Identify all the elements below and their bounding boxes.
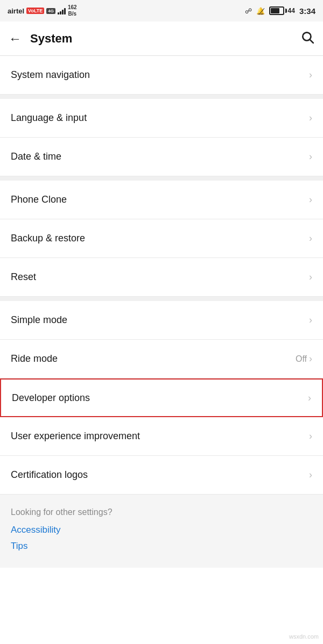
signal-bar-4 <box>64 8 66 15</box>
item-certification-logos[interactable]: Certification logos › <box>0 456 323 495</box>
item-label-system-navigation: System navigation <box>11 69 90 81</box>
item-phone-clone[interactable]: Phone Clone › <box>0 181 323 219</box>
volte-badge: VoLTE <box>26 8 44 14</box>
item-right-ride-mode: Off › <box>296 353 312 364</box>
chevron-icon-phone-clone: › <box>309 194 312 205</box>
signal-bar-3 <box>62 10 64 15</box>
signal-bar-2 <box>60 11 61 15</box>
watermark: wsxdn.com <box>289 633 319 640</box>
divider-1 <box>0 95 323 99</box>
chevron-icon-backup: › <box>309 233 312 244</box>
section-4: Developer options › User experience impr… <box>0 378 323 495</box>
looking-title: Looking for other settings? <box>11 507 312 517</box>
section-1: Language & input › Date & time › <box>0 99 323 176</box>
item-right-simple-mode: › <box>309 314 312 326</box>
item-label-reset: Reset <box>11 271 36 283</box>
battery-tip <box>285 9 287 13</box>
item-right-user-experience: › <box>309 431 312 442</box>
item-label-user-experience: User experience improvement <box>11 431 140 442</box>
network-speed: 162 B/s <box>68 4 77 17</box>
svg-line-1 <box>310 39 313 42</box>
chevron-icon-simple-mode: › <box>309 314 312 326</box>
network-badge: 4G <box>46 8 55 14</box>
ride-mode-value: Off <box>296 354 307 364</box>
accessibility-link[interactable]: Accessibility <box>11 525 312 535</box>
item-date-time[interactable]: Date & time › <box>0 138 323 176</box>
item-user-experience[interactable]: User experience improvement › <box>0 417 323 456</box>
time-display: 3:34 <box>299 6 315 16</box>
looking-section: Looking for other settings? Accessibilit… <box>0 495 323 568</box>
item-right-backup: › <box>309 233 312 244</box>
back-button[interactable]: ← <box>9 32 22 45</box>
battery-icon: 44 <box>269 6 295 15</box>
carrier-label: airtel <box>8 7 24 15</box>
mute-icon: 🔔̸ <box>256 7 265 15</box>
item-right-system-navigation: › <box>309 69 312 81</box>
item-language-input[interactable]: Language & input › <box>0 99 323 138</box>
item-label-date-time: Date & time <box>11 151 61 162</box>
item-label-language: Language & input <box>11 112 87 124</box>
status-bar: airtel VoLTE 4G 162 B/s ☍ 🔔̸ 44 3:34 <box>0 0 323 22</box>
signal-bar-1 <box>58 12 59 15</box>
status-left: airtel VoLTE 4G 162 B/s <box>8 4 77 17</box>
section-2: Phone Clone › Backup & restore › Reset › <box>0 181 323 297</box>
divider-3 <box>0 297 323 301</box>
status-right: ☍ 🔔̸ 44 3:34 <box>245 6 315 16</box>
chevron-icon-ride-mode: › <box>309 353 312 364</box>
battery-level: 44 <box>288 7 295 15</box>
tips-link[interactable]: Tips <box>11 541 312 552</box>
speed-value: 162 B/s <box>68 4 77 17</box>
item-label-developer-options: Developer options <box>12 392 90 404</box>
item-right-language: › <box>309 112 312 124</box>
battery-fill <box>271 8 280 13</box>
chevron-icon-developer-options: › <box>308 392 311 404</box>
item-right-certification: › <box>309 469 312 481</box>
chevron-icon-date-time: › <box>309 151 312 162</box>
item-label-backup: Backup & restore <box>11 233 85 244</box>
item-reset[interactable]: Reset › <box>0 258 323 297</box>
item-label-simple-mode: Simple mode <box>11 314 67 326</box>
section-3: Simple mode › Ride mode Off › <box>0 301 323 378</box>
search-button[interactable] <box>300 30 314 47</box>
item-label-ride-mode: Ride mode <box>11 353 58 364</box>
item-backup-restore[interactable]: Backup & restore › <box>0 219 323 258</box>
battery-body <box>269 6 284 15</box>
chevron-icon-language: › <box>309 112 312 124</box>
chevron-icon-certification: › <box>309 469 312 481</box>
chevron-icon-system-navigation: › <box>309 69 312 81</box>
item-system-navigation[interactable]: System navigation › <box>0 56 323 95</box>
bluetooth-icon: ☍ <box>245 7 252 15</box>
item-right-reset: › <box>309 271 312 283</box>
divider-2 <box>0 176 323 181</box>
item-right-phone-clone: › <box>309 194 312 205</box>
item-simple-mode[interactable]: Simple mode › <box>0 301 323 340</box>
item-developer-options[interactable]: Developer options › <box>0 378 323 417</box>
chevron-icon-user-experience: › <box>309 431 312 442</box>
signal-bars <box>58 7 66 15</box>
section-0: System navigation › <box>0 56 323 95</box>
item-label-certification: Certification logos <box>11 469 88 481</box>
item-ride-mode[interactable]: Ride mode Off › <box>0 340 323 378</box>
item-right-date-time: › <box>309 151 312 162</box>
chevron-icon-reset: › <box>309 271 312 283</box>
item-right-developer-options: › <box>308 392 311 404</box>
item-label-phone-clone: Phone Clone <box>11 194 67 205</box>
header: ← System <box>0 22 323 56</box>
page-title: System <box>30 32 300 46</box>
settings-list: System navigation › Language & input › D… <box>0 56 323 568</box>
